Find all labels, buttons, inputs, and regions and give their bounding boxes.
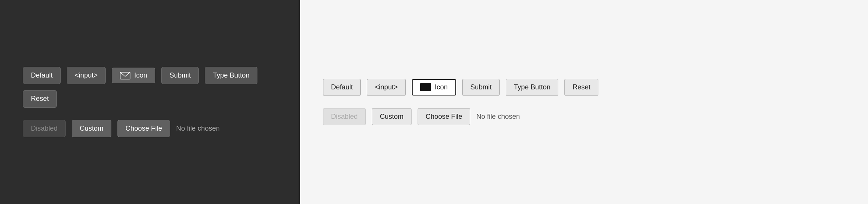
light-choose-file-button[interactable]: Choose File [418, 108, 470, 125]
light-default-button[interactable]: Default [323, 79, 361, 96]
dark-submit-button[interactable]: Submit [161, 67, 199, 84]
light-submit-button[interactable]: Submit [462, 79, 500, 96]
light-input-button[interactable]: <input> [367, 79, 406, 96]
dark-type-button[interactable]: Type Button [205, 67, 257, 84]
dark-input-button[interactable]: <input> [67, 67, 106, 84]
dark-choose-file-button[interactable]: Choose File [117, 120, 170, 137]
dark-icon-label: Icon [134, 71, 147, 80]
envelope-icon [120, 72, 130, 79]
dark-row-2: Disabled Custom Choose File No file chos… [23, 120, 276, 137]
light-type-button[interactable]: Type Button [506, 79, 558, 96]
dark-reset-button[interactable]: Reset [23, 90, 57, 107]
square-icon [420, 83, 431, 91]
light-icon-label: Icon [435, 83, 448, 92]
dark-panel: Default <input> Icon Submit Type Button … [0, 0, 299, 204]
light-reset-button[interactable]: Reset [564, 79, 598, 96]
light-no-file-text: No file chosen [476, 113, 520, 121]
dark-custom-button[interactable]: Custom [72, 120, 111, 137]
light-row-2: Disabled Custom Choose File No file chos… [323, 108, 845, 125]
light-icon-button[interactable]: Icon [412, 79, 456, 96]
dark-disabled-button: Disabled [23, 120, 66, 137]
dark-default-button[interactable]: Default [23, 67, 61, 84]
dark-no-file-text: No file chosen [176, 125, 220, 133]
dark-icon-button[interactable]: Icon [112, 68, 155, 83]
light-disabled-button: Disabled [323, 108, 366, 125]
light-panel: Default <input> Icon Submit Type Button … [300, 0, 868, 204]
light-custom-button[interactable]: Custom [372, 108, 411, 125]
light-row-1: Default <input> Icon Submit Type Button … [323, 79, 845, 96]
dark-row-1: Default <input> Icon Submit Type Button … [23, 67, 276, 108]
